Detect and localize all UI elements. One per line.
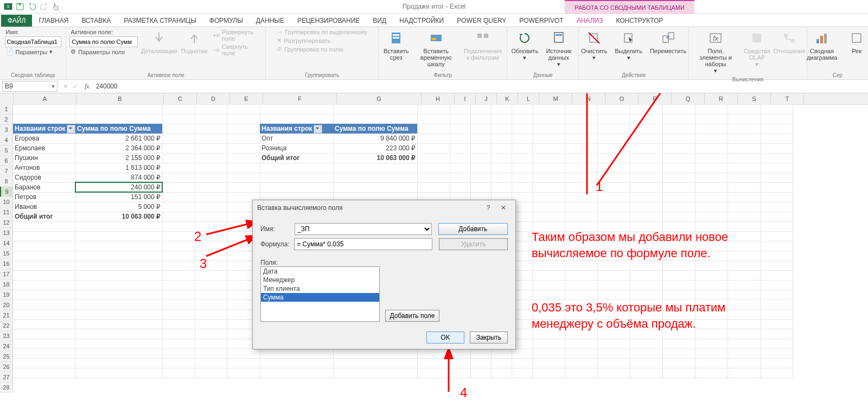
row-header[interactable]: 9 — [0, 187, 13, 197]
row-header[interactable]: 17 — [0, 269, 13, 279]
row-header[interactable]: 28 — [0, 383, 13, 393]
fx-icon[interactable]: fx — [81, 82, 93, 91]
col-header[interactable]: C — [164, 93, 197, 104]
col-header[interactable]: J — [476, 93, 497, 104]
col-header[interactable]: T — [771, 93, 804, 104]
ungroup[interactable]: ✕ Разгруппировать — [276, 36, 368, 44]
cell[interactable]: 2 661 000 ₽ — [75, 133, 162, 143]
fields-items-sets[interactable]: fxПоля, элементы и наборы▾ — [692, 28, 739, 75]
cancel-icon[interactable]: ✕ — [63, 82, 68, 90]
pt-options[interactable]: 📄 Параметры ▾ — [5, 48, 61, 56]
row-header[interactable]: 12 — [0, 218, 13, 228]
close-icon[interactable]: ✕ — [496, 202, 511, 214]
tab-insert[interactable]: ВСТАВКА — [75, 15, 117, 27]
cell[interactable]: Названия строк — [13, 124, 75, 133]
col-header[interactable]: R — [705, 93, 738, 104]
col-header[interactable]: E — [230, 93, 263, 104]
col-header[interactable]: F — [263, 93, 337, 104]
tab-home[interactable]: ГЛАВНАЯ — [32, 15, 75, 27]
refresh[interactable]: Обновить▾ — [510, 28, 539, 62]
clear[interactable]: Очистить▾ — [579, 28, 609, 62]
row-header[interactable]: 16 — [0, 259, 13, 269]
dlg-ok-button[interactable]: OK — [426, 332, 464, 343]
af-input[interactable] — [69, 36, 138, 47]
cell[interactable]: Общий итог — [13, 212, 75, 221]
dlg-name-input[interactable]: _ЗП — [295, 223, 432, 235]
row-header[interactable]: 15 — [0, 249, 13, 259]
row-header[interactable]: 8 — [0, 176, 13, 187]
olap-tools[interactable]: Средства OLAP▾ — [742, 28, 772, 69]
undo-icon[interactable] — [27, 2, 37, 11]
pivot-chart[interactable]: Сводная диаграмма — [805, 28, 839, 62]
expand-field[interactable]: +≡ Развернуть поле — [212, 28, 262, 42]
cell[interactable]: 223 000 ₽ — [333, 143, 417, 153]
dlg-fields-list[interactable]: Дата Менеджер Тип клиента Сумма — [260, 266, 380, 322]
row-header[interactable]: 7 — [0, 166, 13, 176]
cell[interactable]: Антонов — [13, 163, 75, 173]
pt-name-input[interactable] — [5, 36, 61, 47]
tab-review[interactable]: РЕЦЕНЗИРОВАНИЕ — [291, 15, 366, 27]
help-icon[interactable]: ? — [481, 202, 496, 214]
tab-layout[interactable]: РАЗМЕТКА СТРАНИЦЫ — [117, 15, 203, 27]
row-header[interactable]: 5 — [0, 145, 13, 156]
row-header[interactable]: 13 — [0, 228, 13, 238]
cell[interactable]: Опт — [260, 133, 333, 143]
col-header[interactable]: O — [605, 93, 639, 104]
row-header[interactable]: 19 — [0, 290, 13, 300]
save-icon[interactable] — [15, 2, 25, 11]
cell[interactable]: Общий итог — [260, 153, 333, 163]
dlg-add-button[interactable]: Добавить — [438, 223, 508, 235]
insert-timeline[interactable]: Вставить временную шкалу — [413, 28, 458, 68]
collapse-field[interactable]: −≡ Свернуть поле — [212, 43, 262, 57]
row-header[interactable]: 18 — [0, 279, 13, 290]
col-header[interactable]: I — [455, 93, 476, 104]
dlg-add-field-button[interactable]: Добавить поле — [385, 310, 439, 322]
row-header[interactable]: 2 — [0, 114, 13, 125]
row-header[interactable]: 1 — [0, 104, 13, 114]
cell[interactable]: 9 840 000 ₽ — [333, 133, 417, 143]
data-source[interactable]: Источник данных▾ — [542, 28, 575, 69]
select[interactable]: Выделить▾ — [612, 28, 644, 62]
col-header[interactable]: M — [539, 93, 572, 104]
row-header[interactable]: 22 — [0, 321, 13, 331]
row-header[interactable]: 27 — [0, 372, 13, 383]
group-sel[interactable]: → Группировка по выделенному — [276, 28, 368, 36]
cell[interactable]: 2 155 000 ₽ — [75, 153, 162, 163]
row-header[interactable]: 6 — [0, 156, 13, 166]
list-item[interactable]: Тип клиента — [261, 284, 379, 293]
cell[interactable]: 874 000 ₽ — [75, 173, 162, 182]
touch-icon[interactable] — [51, 2, 61, 11]
row-header[interactable]: 20 — [0, 300, 13, 310]
row-header[interactable]: 4 — [0, 135, 13, 145]
tab-addins[interactable]: НАДСТРОЙКИ — [393, 15, 450, 27]
tab-view[interactable]: ВИД — [366, 15, 393, 27]
col-header[interactable]: S — [738, 93, 771, 104]
col-header[interactable] — [0, 93, 14, 104]
tab-analyze[interactable]: АНАЛИЗ — [570, 15, 610, 27]
col-header[interactable]: G — [337, 93, 422, 104]
tab-powerquery[interactable]: POWER QUERY — [450, 15, 513, 27]
col-header[interactable]: Q — [672, 93, 705, 104]
move[interactable]: Переместить — [648, 28, 688, 55]
cell[interactable]: Иванов — [13, 202, 75, 212]
row-header[interactable]: 21 — [0, 310, 13, 321]
row-header[interactable]: 26 — [0, 362, 13, 372]
col-header[interactable]: P — [639, 93, 672, 104]
tab-data[interactable]: ДАННЫЕ — [250, 15, 291, 27]
cell[interactable]: 10 063 000 ₽ — [75, 212, 162, 221]
col-header[interactable]: A — [14, 93, 76, 104]
cell[interactable]: Петров — [13, 192, 75, 202]
cell[interactable]: Розница — [260, 143, 333, 153]
formula-value[interactable]: 240000 — [93, 82, 868, 90]
dlg-formula-input[interactable] — [294, 238, 432, 250]
row-header[interactable]: 14 — [0, 238, 13, 249]
row-header[interactable]: 11 — [0, 207, 13, 218]
worksheet-grid[interactable]: ABCDEFGHIJKLMNOPQRST 1234567891011121314… — [0, 93, 868, 414]
row-header[interactable]: 24 — [0, 341, 13, 352]
cell[interactable]: Сумма по полю Сумма — [75, 124, 162, 133]
dlg-close-button[interactable]: Закрыть — [470, 332, 508, 343]
insert-slicer[interactable]: Вставить срез — [382, 28, 410, 62]
cell[interactable]: Сидоров — [13, 173, 75, 182]
tab-powerpivot[interactable]: POWERPIVOT — [513, 15, 570, 27]
cell[interactable]: 1 613 000 ₽ — [75, 163, 162, 173]
